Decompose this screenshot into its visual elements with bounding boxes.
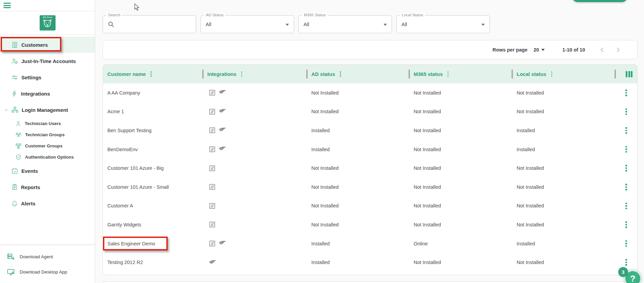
sidebar-subitem-customer-groups[interactable]: Customer Groups [0,140,95,151]
row-actions-kebab-icon[interactable] [625,203,627,209]
local-status-select[interactable]: Local Status All [396,15,490,33]
table-row-ben-support-testing[interactable]: Ben Support TestingInstalledNot Installe… [103,121,637,140]
primary-action-button-clipped[interactable] [572,0,628,2]
column-menu-kebab-icon[interactable] [241,72,243,77]
column-menu-kebab-icon[interactable] [150,72,152,77]
integrations-cell [203,127,307,134]
column-menu-kebab-icon[interactable] [340,72,341,77]
sidebar-item-alerts[interactable]: Alerts [0,195,95,211]
sidebar-item-login-management[interactable]: Login Management [0,102,95,118]
column-header-label: Customer name [107,71,146,77]
integrations-cell [203,221,307,228]
sidebar-item-customers[interactable]: Customers [0,37,95,53]
download-agent-link[interactable]: Download Agent [0,249,95,264]
row-actions-kebab-icon[interactable] [625,221,627,228]
table-row-customer-101-azure-big[interactable]: Customer 101 Azure - BigNot InstalledNot… [103,159,637,178]
row-actions-kebab-icon[interactable] [625,184,627,190]
download-desktop-app-link[interactable]: Download Desktop App [0,264,95,280]
sidebar-nav: CustomersJust-In-Time AccountsSettingsIn… [0,35,95,245]
sidebar-item-settings[interactable]: Settings [0,69,95,85]
monitor-download-icon [7,268,15,276]
table-row-customer-101-azure-small[interactable]: Customer 101 Azure - SmallNot InstalledN… [103,178,637,197]
table-row-garrity-widgets[interactable]: Garrity WidgetsNot InstalledNot Installe… [103,215,637,234]
shield-check-icon [15,154,22,160]
table-row-a-aa-company[interactable]: A AA CompanyNot InstalledNot InstalledNo… [103,83,637,102]
square-slash-integration-icon [209,108,216,115]
table-row-bendemoenv[interactable]: BenDemoEnvInstalledNot InstalledInstalle… [103,140,637,159]
column-header-m365-status[interactable]: M365 status [409,65,512,83]
server-download-icon [7,253,15,261]
column-menu-kebab-icon[interactable] [551,72,553,77]
help-widget: 3 ? [625,271,640,283]
m365-status-value: All [304,21,309,27]
column-menu-kebab-icon[interactable] [448,72,449,77]
previous-page-button[interactable] [599,46,606,54]
sidebar-item-integrations[interactable]: Integrations [0,85,95,102]
bell-icon [11,200,18,207]
search-icon [108,21,115,28]
row-actions-kebab-icon[interactable] [625,146,627,153]
pagination-range: 1-10 of 10 [562,47,585,53]
app-logo: ITG Prod [40,15,56,31]
user-icon [15,121,21,127]
column-header-integrations[interactable]: Integrations [203,65,307,83]
local-status-cell: Not Installed [512,109,615,114]
user-clock-icon [11,58,18,65]
m365-status-cell: Not Installed [409,128,512,133]
m365-status-cell: Not Installed [409,165,512,171]
table-row-acme-1[interactable]: Acme 1Not InstalledNot InstalledNot Inst… [103,102,637,121]
search-input[interactable]: Search [103,15,196,33]
customer-name-cell[interactable]: BenDemoEnv [103,147,203,152]
customer-name-cell[interactable]: Sales Engineer Demo [103,241,203,246]
square-slash-integration-icon [209,183,216,190]
hamburger-menu-icon[interactable] [3,3,11,8]
column-header-customer-name[interactable]: Customer name [103,65,203,83]
column-header-label: Integrations [207,71,236,77]
customer-name-cell[interactable]: A AA Company [103,90,203,96]
local-status-cell: Installed [512,241,615,246]
sidebar-item-reports[interactable]: Reports [0,179,95,195]
column-header-ad-status[interactable]: AD status [307,65,409,83]
sidebar-subitem-technician-users[interactable]: Technician Users [0,118,95,129]
falcon-integration-icon [219,146,227,153]
m365-status-cell: Not Installed [409,90,512,96]
row-actions-kebab-icon[interactable] [625,108,627,115]
row-actions-kebab-icon[interactable] [625,89,627,96]
m365-status-select[interactable]: M365 Status All [298,15,392,33]
sidebar-item-label: Login Management [22,107,68,113]
column-settings-icon[interactable] [626,71,632,77]
customer-name-cell[interactable]: Customer 101 Azure - Big [103,165,203,171]
chevron-down-icon[interactable] [4,107,9,113]
square-slash-integration-icon [209,240,216,247]
sitemap-icon [11,106,19,114]
customer-name-cell[interactable]: Garrity Widgets [103,222,203,227]
table-row-sales-engineer-demo[interactable]: Sales Engineer DemoInstalledOnlineInstal… [103,234,637,253]
sidebar-item-just-in-time-accounts[interactable]: Just-In-Time Accounts [0,53,95,69]
integrations-cell [203,202,307,209]
rows-per-page-select[interactable]: 20 [534,47,545,53]
next-page-button[interactable] [614,46,622,54]
table-row-testing-2012-r2[interactable]: Testing 2012 R2InstalledNot InstalledNot… [103,253,637,272]
customer-name-cell[interactable]: Testing 2012 R2 [103,260,203,265]
customer-name-cell[interactable]: Customer 101 Azure - Small [103,184,203,190]
customer-name-cell[interactable]: Ben Support Testing [103,128,203,133]
sidebar-item-events[interactable]: Events [0,163,95,179]
caret-down-icon [481,24,485,26]
sidebar-subitem-authentication-options[interactable]: Authentication Options [0,151,95,163]
sidebar-subitem-technician-groups[interactable]: Technician Groups [0,129,95,140]
row-actions-kebab-icon[interactable] [625,240,627,247]
row-actions-kebab-icon[interactable] [625,165,627,171]
sidebar-subitem-label: Authentication Options [25,155,74,160]
column-header-local-status[interactable]: Local status [512,65,615,83]
row-actions-kebab-icon[interactable] [625,259,627,266]
row-actions-kebab-icon[interactable] [625,127,627,134]
sidebar-header [0,0,95,11]
sliders-icon [11,74,18,81]
ad-status-select[interactable]: AD Status All [201,15,294,33]
customer-name-cell[interactable]: Acme 1 [103,109,203,114]
m365-status-label: M365 Status [302,13,328,17]
customer-name-cell[interactable]: Customer A [103,203,203,208]
table-row-customer-a[interactable]: Customer ANot InstalledNot InstalledNot … [103,197,637,216]
m365-status-cell: Not Installed [409,260,512,265]
notification-badge[interactable]: 3 [618,267,628,277]
